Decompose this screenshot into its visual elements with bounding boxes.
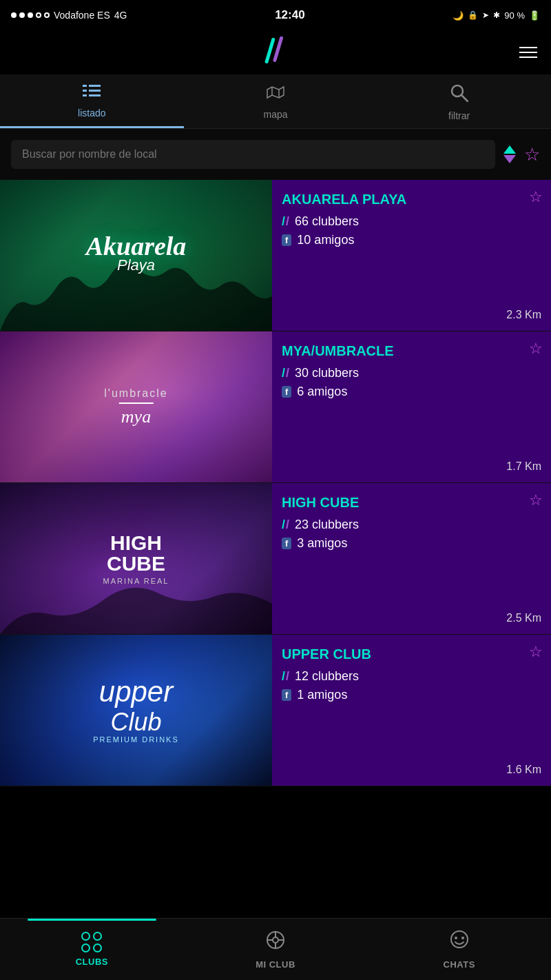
- tab-listado[interactable]: listado: [0, 74, 184, 128]
- friends-count-upperclub: 1 amigos: [297, 688, 347, 702]
- clubs-circle-3: [81, 943, 90, 952]
- map-icon: [266, 84, 285, 105]
- search-input-wrap[interactable]: [11, 140, 495, 169]
- venue-distance-highcube: 2.5 Km: [506, 612, 541, 624]
- svg-line-11: [461, 95, 468, 101]
- clubs-label: CLUBS: [76, 957, 108, 967]
- venue-fav-akuarela[interactable]: ☆: [529, 188, 543, 206]
- venue-card-akuarela[interactable]: Akuarela Playa AKUARELA PLAYA ☆ // 66 cl…: [0, 180, 551, 331]
- search-section: ☆: [0, 129, 551, 180]
- tab-filtrar-label: filtrar: [448, 110, 470, 121]
- mya-umbrella-text: l'umbracle: [104, 387, 167, 400]
- location-icon: ➤: [482, 10, 489, 20]
- highcube-logo-text: HIGHCUBE: [103, 533, 169, 574]
- venue-distance-mya: 1.7 Km: [506, 460, 541, 473]
- dot2: [19, 12, 25, 18]
- fb-icon-mya: f: [282, 386, 291, 398]
- miclub-icon: [265, 930, 286, 955]
- clubbers-count-upperclub: 12 clubbers: [295, 669, 359, 684]
- highcube-sub-text: MARINA REAL: [103, 577, 169, 585]
- clubbers-count-highcube: 23 clubbers: [295, 518, 359, 532]
- venue-image-mya: l'umbracle mya: [0, 331, 272, 482]
- venue-info-highcube: HIGH CUBE ☆ // 23 clubbers f 3 amigos 2.…: [272, 483, 551, 634]
- venue-friends-mya: f 6 amigos: [282, 385, 541, 399]
- fb-icon-upperclub: f: [282, 689, 291, 701]
- venue-info-akuarela: AKUARELA PLAYA ☆ // 66 clubbers f 10 ami…: [272, 180, 551, 331]
- venue-fav-upperclub[interactable]: ☆: [529, 643, 543, 661]
- menu-button[interactable]: [519, 47, 537, 58]
- venue-name-mya: MYA/UMBRACLE: [282, 343, 541, 359]
- venue-card-highcube[interactable]: HIGHCUBE MARINA REAL HIGH CUBE ☆ // 23 c…: [0, 483, 551, 635]
- status-right: 🌙 🔒 ➤ ✱ 90 % 🔋: [453, 10, 540, 21]
- venue-clubbers-upperclub: // 12 clubbers: [282, 669, 541, 684]
- fb-icon-akuarela: f: [282, 234, 291, 246]
- venue-fav-highcube[interactable]: ☆: [529, 491, 543, 509]
- svg-point-13: [273, 937, 278, 943]
- upper-sub-text: PREMIUM DRINKS: [93, 735, 179, 744]
- tab-mapa[interactable]: mapa: [184, 74, 368, 128]
- dot4: [36, 12, 41, 18]
- favorites-filter-button[interactable]: ☆: [524, 144, 540, 165]
- venue-fav-mya[interactable]: ☆: [529, 340, 543, 358]
- search-input[interactable]: [22, 148, 484, 161]
- svg-rect-2: [83, 85, 87, 87]
- dot1: [11, 12, 17, 18]
- svg-rect-4: [83, 90, 87, 92]
- venue-image-akuarela: Akuarela Playa: [0, 180, 272, 331]
- svg-rect-5: [89, 90, 101, 92]
- sort-button[interactable]: [503, 145, 516, 163]
- venue-bg-mya: l'umbracle mya: [0, 331, 272, 482]
- venue-friends-highcube: f 3 amigos: [282, 536, 541, 551]
- carrier-text: Vodafone ES: [54, 10, 110, 21]
- venue-bg-upperclub: upperClub PREMIUM DRINKS: [0, 635, 272, 786]
- venue-info-upperclub: UPPER CLUB ☆ // 12 clubbers f 1 amigos 1…: [272, 635, 551, 786]
- clubs-icon: [81, 932, 102, 952]
- venue-card-upperclub[interactable]: upperClub PREMIUM DRINKS UPPER CLUB ☆ //…: [0, 635, 551, 786]
- svg-point-20: [461, 937, 464, 939]
- svg-point-19: [455, 937, 457, 939]
- signal-dots: [11, 12, 50, 18]
- tab-listado-label: listado: [78, 108, 105, 119]
- venue-friends-akuarela: f 10 amigos: [282, 233, 541, 247]
- mya-logo-text: mya: [104, 407, 167, 427]
- clubs-circle-4: [93, 943, 102, 952]
- search-icon: [450, 84, 468, 106]
- dot5: [44, 12, 50, 18]
- status-bar: Vodafone ES 4G 12:40 🌙 🔒 ➤ ✱ 90 % 🔋: [0, 0, 551, 30]
- bottom-nav-chats[interactable]: CHATS: [367, 919, 551, 980]
- time-display: 12:40: [275, 8, 304, 22]
- venue-name-akuarela: AKUARELA PLAYA: [282, 191, 541, 207]
- app-logo: [255, 30, 295, 75]
- venue-info-mya: MYA/UMBRACLE ☆ // 30 clubbers f 6 amigos…: [272, 331, 551, 482]
- clubbers-count-akuarela: 66 clubbers: [295, 214, 359, 229]
- slash-icon-mya: //: [282, 366, 289, 380]
- friends-count-highcube: 3 amigos: [297, 536, 347, 551]
- battery-icon: 🔋: [529, 10, 540, 21]
- bottom-nav: CLUBS MI CLUB CHATS: [0, 918, 551, 980]
- upper-logo-text: upperClub: [93, 677, 179, 735]
- sort-down-arrow: [503, 155, 516, 163]
- venue-bg-akuarela: Akuarela Playa: [0, 180, 272, 331]
- nav-tabs: listado mapa filtrar: [0, 74, 551, 129]
- chats-icon: [448, 930, 470, 955]
- sort-up-arrow: [503, 145, 516, 154]
- bottom-nav-clubs[interactable]: CLUBS: [0, 919, 184, 980]
- menu-line-1: [519, 47, 537, 48]
- clubs-active-indicator: [28, 919, 156, 921]
- venue-image-highcube: HIGHCUBE MARINA REAL: [0, 483, 272, 634]
- menu-line-2: [519, 52, 537, 53]
- slash-icon-upperclub: //: [282, 669, 289, 684]
- venue-distance-akuarela: 2.3 Km: [506, 309, 541, 321]
- battery-text: 90 %: [504, 10, 525, 21]
- status-left: Vodafone ES 4G: [11, 10, 127, 21]
- venue-name-highcube: HIGH CUBE: [282, 494, 541, 511]
- svg-rect-7: [89, 94, 101, 96]
- tab-filtrar[interactable]: filtrar: [367, 74, 551, 128]
- clubs-circle-2: [93, 932, 102, 941]
- venue-card-mya[interactable]: l'umbracle mya MYA/UMBRACLE ☆ // 30 club…: [0, 331, 551, 483]
- svg-rect-6: [83, 94, 87, 96]
- svg-point-18: [451, 931, 468, 948]
- bottom-nav-miclub[interactable]: MI CLUB: [184, 919, 368, 980]
- chats-label: CHATS: [444, 959, 475, 970]
- venue-distance-upperclub: 1.6 Km: [506, 764, 541, 776]
